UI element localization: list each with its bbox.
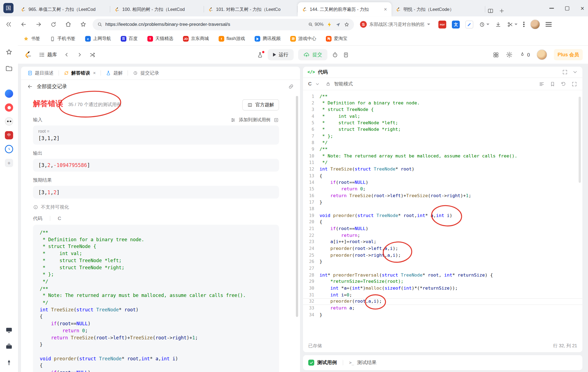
strip-favorites-icon[interactable] <box>5 48 13 56</box>
download-icon[interactable] <box>495 21 501 27</box>
result-tab-solutions[interactable]: 题解 <box>105 70 124 76</box>
editor-line[interactable]: 26} <box>303 259 582 265</box>
browser-tab[interactable]: 101. 对称二叉树 - 力扣（LeetCo <box>204 2 298 16</box>
tab-close-icon[interactable]: × <box>383 6 388 12</box>
browser-tab[interactable]: 明悦 - 力扣（LeetCode） <box>391 2 485 16</box>
lightning-icon[interactable] <box>327 21 332 27</box>
editor-line[interactable]: 7 * }; <box>303 133 582 140</box>
daily-streak[interactable]: 0 <box>519 52 530 58</box>
apps-grid-icon[interactable] <box>493 51 499 58</box>
maximize-panel-icon[interactable] <box>562 69 568 75</box>
more-options-icon[interactable] <box>523 21 525 28</box>
bookmark-item[interactable]: 书签 <box>23 36 40 42</box>
input-box[interactable]: root = [3,1,2] <box>33 125 279 144</box>
strip-add-app-icon[interactable]: + <box>5 159 13 167</box>
strip-folder-icon[interactable] <box>5 65 13 72</box>
submit-button[interactable]: 提交 <box>298 49 327 60</box>
testcase-options-icon[interactable] <box>230 117 236 123</box>
result-tab-wrong-answer[interactable]: 解答错误× <box>63 70 97 76</box>
code-editor[interactable]: 1/**2 * Definition for a binary tree nod… <box>303 90 582 339</box>
browser-logo[interactable]: 国 <box>3 3 13 13</box>
browser-profile-avatar[interactable] <box>530 20 540 29</box>
editor-line[interactable]: 34} <box>303 312 582 318</box>
browser-menu-icon[interactable] <box>546 21 552 28</box>
fullscreen-editor-icon[interactable] <box>571 81 577 87</box>
close-tab-icon[interactable]: × <box>93 70 96 76</box>
bookmark-page-icon[interactable] <box>344 21 350 27</box>
next-problem-icon[interactable] <box>76 52 82 58</box>
strip-app-panda-icon[interactable] <box>5 117 13 125</box>
editor-line[interactable]: 6 * struct TreeNode *right; <box>303 126 582 133</box>
user-avatar[interactable] <box>537 49 547 60</box>
editor-line[interactable]: 18 <box>303 206 582 212</box>
all-submissions-link[interactable]: 全部提交记录 <box>37 83 67 90</box>
collapse-sidebar-icon[interactable] <box>5 21 12 28</box>
debugger-icon[interactable] <box>257 51 263 58</box>
editor-line[interactable]: 28int* preorderTraversal(struct TreeNode… <box>303 272 582 278</box>
bookmark-item[interactable]: 游游戏中心 <box>290 36 316 42</box>
zoom-indicator[interactable]: 90% <box>308 22 324 27</box>
url-bar[interactable]: https://leetcode.cn/problems/binary-tree… <box>93 18 354 30</box>
editor-line[interactable]: 2 * Definition for a binary tree node. <box>303 100 582 106</box>
editor-line[interactable]: 20{ <box>303 219 582 225</box>
new-tab-icon[interactable] <box>499 8 505 14</box>
url-text[interactable]: https://leetcode.cn/problems/binary-tree… <box>105 22 305 27</box>
send-icon[interactable] <box>335 21 341 27</box>
bookmark-item[interactable]: JD京东商城 <box>183 36 209 42</box>
strip-monitor-icon[interactable] <box>5 326 13 334</box>
browser-tab[interactable]: 965. 单值二叉树 - 力扣（LeetCod <box>17 2 110 16</box>
editor-line[interactable]: 23 a[i++]=root->val; <box>303 239 582 245</box>
reset-code-icon[interactable] <box>561 81 566 87</box>
editor-line[interactable]: 9/** <box>303 146 582 153</box>
browser-tab[interactable]: 144. 二叉树的前序遍历 - 力扣× <box>298 2 391 16</box>
editor-line[interactable]: 33 return a; <box>303 305 582 311</box>
editor-line[interactable]: 8 */ <box>303 140 582 146</box>
testcase-tab[interactable]: 测试用例 <box>317 359 337 366</box>
plus-membership-button[interactable]: Plus 会员 <box>554 49 583 60</box>
editor-line[interactable]: 22 return; <box>303 232 582 239</box>
timer-icon[interactable] <box>332 51 338 58</box>
bookmark-icon[interactable] <box>550 81 555 87</box>
window-maximize-button[interactable] <box>565 6 569 10</box>
translate-extension-icon[interactable]: 文 <box>452 20 460 28</box>
notebook-icon[interactable] <box>343 51 349 58</box>
news-ticker[interactable]: S 东部战区:演习是对台独的惩 <box>360 21 430 28</box>
random-problem-icon[interactable] <box>89 51 96 58</box>
prev-problem-icon[interactable] <box>64 52 70 58</box>
collapse-panel-icon[interactable] <box>572 69 578 75</box>
reload-icon[interactable] <box>50 21 57 27</box>
result-tab-submissions[interactable]: 提交记录 <box>132 70 160 76</box>
favorites-icon[interactable] <box>80 21 87 28</box>
copy-link-icon[interactable] <box>288 83 294 89</box>
leetcode-logo[interactable] <box>23 50 32 59</box>
editor-scrollbar[interactable] <box>579 97 581 183</box>
language-caret-icon[interactable] <box>315 82 320 86</box>
screenshot-menu[interactable] <box>507 21 518 27</box>
result-tab-description[interactable]: 题目描述 <box>26 70 55 76</box>
smart-mode-label[interactable]: 智能模式 <box>334 81 353 87</box>
editor-line[interactable]: 13{ <box>303 173 582 179</box>
settings-gear-icon[interactable] <box>506 51 513 58</box>
notes-extension-icon[interactable] <box>465 20 473 28</box>
home-icon[interactable] <box>65 21 72 28</box>
bookmark-item[interactable]: T天猫精选 <box>147 36 173 42</box>
editor-line[interactable]: 10 * Note: The returned array must be ma… <box>303 153 582 159</box>
bookmark-item[interactable]: 腾讯视频 <box>255 36 281 42</box>
editor-line[interactable]: 3 * struct TreeNode { <box>303 107 582 113</box>
problem-list-button[interactable]: 题库 <box>39 51 57 58</box>
news-headline[interactable]: 东部战区:演习是对台独的惩 <box>369 21 425 27</box>
bookmark-item[interactable]: 百百度 <box>121 36 138 42</box>
editor-line[interactable]: 11 */ <box>303 159 582 166</box>
strip-app-quark-icon[interactable] <box>5 89 13 98</box>
editor-line[interactable]: 30 int *a=(int*)malloc(sizeof(int)*(*ret… <box>303 285 582 292</box>
strip-app-china-icon[interactable]: 中 <box>5 131 13 139</box>
window-minimize-button[interactable] <box>549 8 554 9</box>
editor-line[interactable]: 17} <box>303 199 582 206</box>
format-code-icon[interactable] <box>539 81 545 87</box>
back-to-submissions-icon[interactable] <box>27 83 33 89</box>
strip-toolbox-icon[interactable] <box>5 343 13 350</box>
news-caret-icon[interactable] <box>427 24 430 25</box>
run-button[interactable]: 运行 <box>268 49 294 60</box>
editor-line[interactable]: 31 int i=0; <box>303 292 582 298</box>
editor-line[interactable]: 1/** <box>303 93 582 100</box>
